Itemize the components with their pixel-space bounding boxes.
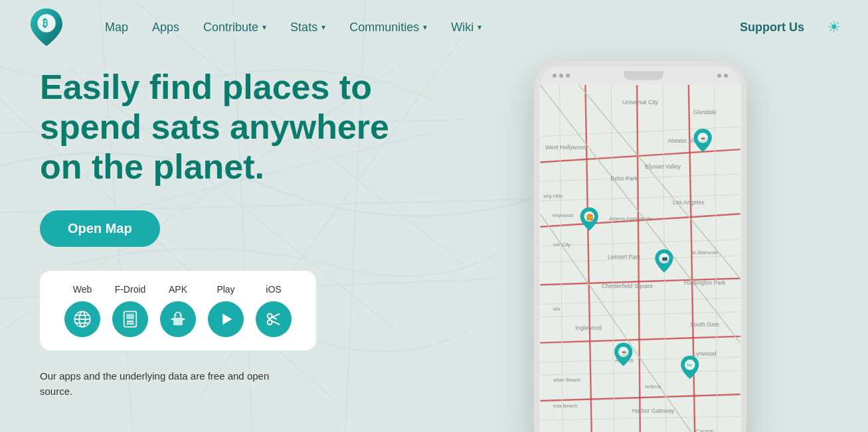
nav-item-wiki[interactable]: Wiki ▾ <box>439 21 493 35</box>
svg-text:Harbor Gateway: Harbor Gateway <box>632 407 674 414</box>
app-fdroid-button[interactable] <box>106 301 154 337</box>
chevron-down-icon: ▾ <box>262 23 266 32</box>
app-labels-row: Web F-Droid APK Play iOS <box>58 284 298 295</box>
phone-mockup: Universal City Glendale Atwater Vil. Wes… <box>534 61 746 432</box>
svg-text:ardena: ardena <box>645 384 661 390</box>
app-play-button[interactable] <box>202 301 250 337</box>
svg-text:Universal City: Universal City <box>622 99 659 106</box>
svg-text:Chesterfield Square: Chesterfield Square <box>601 283 652 289</box>
nav-item-map[interactable]: Map <box>93 21 140 35</box>
open-map-button[interactable]: Open Map <box>40 210 160 247</box>
footer-text: Our apps and the underlying data are fre… <box>40 369 292 399</box>
logo[interactable]: ₿ <box>27 7 66 47</box>
svg-text:Carson: Carson <box>695 428 714 432</box>
nav-item-stats[interactable]: Stats ▾ <box>278 21 337 35</box>
svg-marker-29 <box>222 314 232 324</box>
app-icons-row <box>58 301 298 337</box>
app-label-fdroid: F-Droid <box>106 284 154 295</box>
svg-text:Echo Park: Echo Park <box>610 175 638 182</box>
nav-item-support[interactable]: Support Us <box>728 21 816 35</box>
phone-dot <box>559 74 563 78</box>
phone-dot <box>724 74 728 78</box>
phone-top-bar <box>539 66 741 85</box>
svg-text:erlywood: erlywood <box>552 212 572 218</box>
svg-text:☕: ☕ <box>699 135 708 143</box>
svg-text:Inglewood: Inglewood <box>575 324 602 331</box>
app-apk-button[interactable] <box>154 301 202 337</box>
phone-dot <box>566 74 570 78</box>
fdroid-icon <box>112 301 148 337</box>
nav-item-contribute[interactable]: Contribute ▾ <box>191 21 278 35</box>
navbar: ₿ Map Apps Contribute ▾ Stats ▾ Communit… <box>0 0 868 54</box>
svg-text:🍔: 🍔 <box>586 214 594 222</box>
svg-point-30 <box>268 314 272 319</box>
svg-point-23 <box>131 321 134 323</box>
left-content: Easily find places to spend sats anywher… <box>40 54 412 432</box>
app-web-button[interactable] <box>58 301 106 337</box>
svg-point-21 <box>127 321 130 323</box>
app-label-ios: iOS <box>250 284 298 295</box>
main-content: Easily find places to spend sats anywher… <box>0 54 868 432</box>
svg-text:Huntington Park: Huntington Park <box>683 279 725 286</box>
chevron-down-icon: ▾ <box>321 23 325 32</box>
svg-line-34 <box>272 317 277 319</box>
svg-text:Leimert Park: Leimert Park <box>607 253 640 260</box>
hero-title: Easily find places to spend sats anywher… <box>40 68 412 186</box>
svg-text:ver City: ver City <box>553 242 570 248</box>
svg-line-32 <box>272 314 280 317</box>
nav-item-communities[interactable]: Communities ▾ <box>337 21 439 35</box>
svg-text:Atwater Vil.: Atwater Vil. <box>667 137 697 144</box>
svg-text:osa Beach: osa Beach <box>553 403 577 409</box>
svg-text:☕: ☕ <box>620 349 628 357</box>
android-icon <box>160 301 196 337</box>
svg-point-26 <box>179 315 181 316</box>
svg-text:South Gate: South Gate <box>690 321 719 328</box>
svg-text:Elysian Valley: Elysian Valley <box>645 163 681 170</box>
svg-text:Los Angeles: Los Angeles <box>673 199 705 206</box>
svg-rect-20 <box>126 314 134 319</box>
app-downloads-panel: Web F-Droid APK Play iOS <box>40 271 316 350</box>
phone-notch <box>624 71 663 80</box>
web-icon <box>64 301 100 337</box>
chevron-down-icon: ▾ <box>423 23 427 32</box>
svg-line-33 <box>272 321 280 324</box>
svg-text:erly Hills: erly Hills <box>543 193 563 199</box>
play-icon <box>208 301 244 337</box>
chevron-down-icon: ▾ <box>477 23 481 32</box>
svg-text:Adams-Normandie: Adams-Normandie <box>609 216 652 222</box>
svg-text:✂: ✂ <box>686 362 691 370</box>
nav-item-apps[interactable]: Apps <box>140 21 191 35</box>
right-content: Universal City Glendale Atwater Vil. Wes… <box>412 54 828 432</box>
svg-text:💻: 💻 <box>661 255 669 263</box>
svg-point-22 <box>129 321 131 323</box>
svg-point-31 <box>268 321 272 325</box>
theme-toggle-icon[interactable]: ☀ <box>827 18 841 36</box>
svg-text:al-Alameda: al-Alameda <box>691 250 718 255</box>
phone-map: Universal City Glendale Atwater Vil. Wes… <box>539 85 741 432</box>
svg-text:attan Beach: attan Beach <box>553 377 580 383</box>
phone-dot <box>717 74 721 78</box>
app-label-web: Web <box>58 284 106 295</box>
phone-dots-left <box>553 74 570 78</box>
app-ios-button[interactable] <box>250 301 298 337</box>
svg-text:Glendale: Glendale <box>693 109 716 115</box>
app-label-apk: APK <box>154 284 202 295</box>
svg-text:sta: sta <box>553 306 560 312</box>
svg-text:Lynwood: Lynwood <box>693 350 716 357</box>
ios-icon <box>256 301 292 337</box>
app-label-play: Play <box>202 284 250 295</box>
phone-dot <box>553 74 557 78</box>
svg-text:₿: ₿ <box>43 17 48 29</box>
nav-links: Map Apps Contribute ▾ Stats ▾ Communitie… <box>93 21 728 35</box>
svg-text:West Hollywood: West Hollywood <box>545 144 587 151</box>
phone-dots-right <box>717 74 728 78</box>
svg-point-25 <box>175 315 176 316</box>
